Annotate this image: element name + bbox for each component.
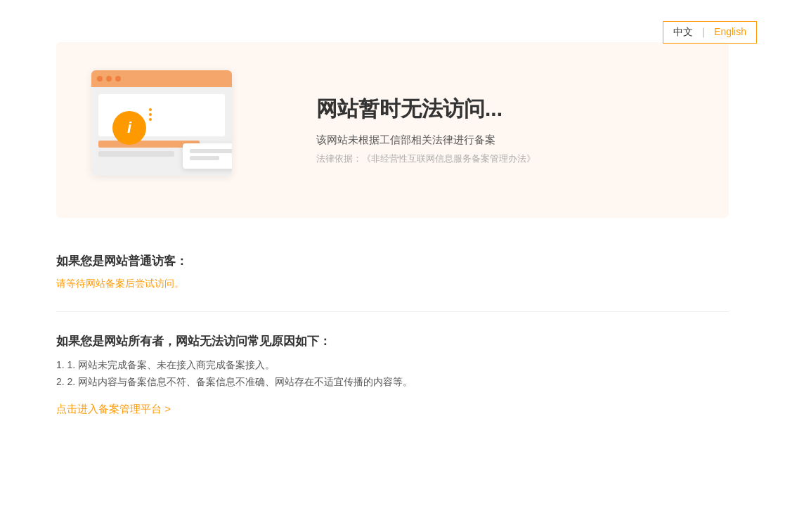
info-dot-2 xyxy=(149,113,152,116)
owner-list-item-2: 2. 网站内容与备案信息不符、备案信息不准确、网站存在不适宜传播的内容等。 xyxy=(56,376,729,389)
owner-section-heading: 如果您是网站所有者，网站无法访问常见原因如下： xyxy=(56,333,729,349)
visitor-section: 如果您是网站普通访客： 请等待网站备案后尝试访问。 xyxy=(56,253,729,290)
lang-separator: ｜ xyxy=(699,26,708,37)
browser-dot-2 xyxy=(106,76,112,82)
info-dot-3 xyxy=(149,118,152,121)
hero-law-text: 《非经营性互联网信息服务备案管理办法》 xyxy=(362,153,536,164)
floating-card-bar-1 xyxy=(190,149,232,153)
browser-illustration: i xyxy=(91,70,274,190)
hero-law-prefix: 法律依据： xyxy=(316,153,362,164)
hero-title: 网站暂时无法访问... xyxy=(316,95,694,124)
hero-law: 法律依据：《非经营性互联网信息服务备案管理办法》 xyxy=(316,153,694,165)
browser-frame: i xyxy=(91,70,232,176)
floating-card xyxy=(183,143,232,169)
visitor-section-heading: 如果您是网站普通访客： xyxy=(56,253,729,269)
lang-cn[interactable]: 中文 xyxy=(673,26,693,37)
info-circle-wrapper: i xyxy=(112,111,146,145)
info-circle: i xyxy=(112,111,146,145)
info-dot-1 xyxy=(149,108,152,111)
browser-bar-gray xyxy=(98,151,174,157)
owner-section: 如果您是网站所有者，网站无法访问常见原因如下： 1. 网站未完成备案、未在接入商… xyxy=(56,333,729,416)
floating-card-bar-2 xyxy=(190,156,219,160)
language-switcher[interactable]: 中文 ｜ English xyxy=(663,21,757,44)
owner-list-item-1: 1. 网站未完成备案、未在接入商完成备案接入。 xyxy=(56,359,729,372)
visitor-link[interactable]: 请等待网站备案后尝试访问。 xyxy=(56,278,729,290)
info-dots xyxy=(149,108,152,121)
browser-titlebar xyxy=(91,70,232,87)
browser-dot-1 xyxy=(97,76,103,82)
browser-dot-3 xyxy=(115,76,121,82)
lang-en[interactable]: English xyxy=(714,26,746,37)
section-divider xyxy=(56,311,729,312)
browser-body: i xyxy=(91,87,232,176)
owner-list: 1. 网站未完成备案、未在接入商完成备案接入。 2. 网站内容与备案信息不符、备… xyxy=(56,359,729,389)
hero-subtitle: 该网站未根据工信部相关法律进行备案 xyxy=(316,134,694,147)
hero-text: 网站暂时无法访问... 该网站未根据工信部相关法律进行备案 法律依据：《非经营性… xyxy=(316,95,694,165)
platform-link[interactable]: 点击进入备案管理平台 > xyxy=(56,403,171,415)
hero-banner: i xyxy=(56,42,729,218)
